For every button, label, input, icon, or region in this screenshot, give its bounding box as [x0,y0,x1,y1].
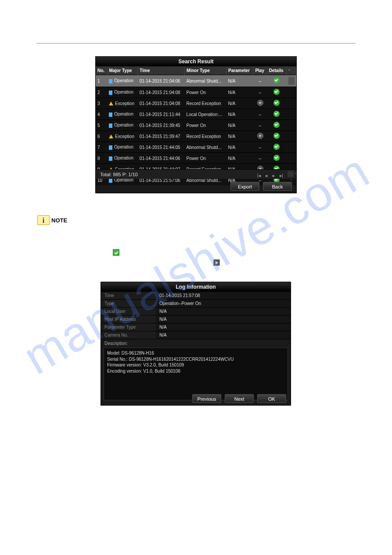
play-cell[interactable]: – [253,120,267,131]
check-icon [113,249,119,256]
details-cell[interactable] [267,87,286,98]
col-play: Play [253,66,267,75]
play-icon[interactable] [257,100,263,106]
scroll-up-button[interactable]: ˄ [287,66,296,75]
log-info-panel: Log Information Time01-14-2015 21:57:08T… [101,282,291,406]
log-field-row: TypeOperation--Power On [101,300,291,308]
operation-icon [109,156,114,160]
table-row[interactable]: 7Operation01-14-2015 21:44:05Abnormal Sh… [96,142,296,153]
next-button[interactable]: Next [225,394,254,403]
page-go-input[interactable] [288,171,294,177]
details-cell[interactable] [267,131,286,142]
scrollbar-track[interactable] [287,120,296,131]
scrollbar-track[interactable] [287,131,296,142]
play-cell[interactable]: – [253,142,267,153]
scrollbar-track[interactable] [287,153,296,164]
table-row[interactable]: 3Exception01-14-2015 21:04:08Record Exce… [96,98,296,109]
parameter-cell: N/A [227,98,253,109]
details-cell[interactable] [267,98,286,109]
note-icon [37,215,50,225]
first-page-button[interactable]: |◂ [256,173,262,178]
scrollbar-track[interactable] [287,142,296,153]
check-icon[interactable] [273,100,280,106]
previous-button[interactable]: Previous [192,394,221,403]
log-field-row: Time01-14-2015 21:57:08 [101,292,291,300]
log-field-value: N/A [156,323,291,331]
minor-type-cell: Power On [185,87,227,98]
details-cell[interactable] [267,142,286,153]
scrollbar-track[interactable] [287,109,296,120]
major-type-cell: Operation [107,120,138,131]
play-cell[interactable]: – [253,75,267,87]
time-cell: 01-14-2015 21:39:47 [138,131,185,142]
play-cell[interactable]: – [253,153,267,164]
check-icon[interactable] [273,133,280,139]
check-icon[interactable] [273,89,280,95]
minor-type-cell: Record Exception [185,98,227,109]
play-cell[interactable] [253,131,267,142]
details-cell[interactable] [267,153,286,164]
back-button[interactable]: Back [263,182,292,191]
log-field-row: Camera No.N/A [101,331,291,339]
note-label: NOTE [51,217,67,224]
major-type-cell: Operation [107,142,138,153]
row-no: 5 [96,120,107,131]
last-page-button[interactable]: ▸| [278,173,284,178]
details-cell[interactable] [267,120,286,131]
row-no: 1 [96,75,107,87]
col-time: Time [138,66,185,75]
exception-icon [109,134,115,139]
search-result-table: No.Major TypeTimeMinor TypeParameterPlay… [96,66,296,185]
details-cell[interactable] [267,109,286,120]
table-row[interactable]: 2Operation01-14-2015 21:04:08Power OnN/A… [96,87,296,98]
ok-button[interactable]: OK [257,394,286,403]
play-cell[interactable]: – [253,109,267,120]
parameter-cell: N/A [227,87,253,98]
check-icon[interactable] [273,111,280,117]
table-row[interactable]: 8Operation01-14-2015 21:44:06Power OnN/A… [96,153,296,164]
col-parameter: Parameter [227,66,253,75]
play-icon[interactable] [257,133,263,139]
play-cell[interactable] [253,98,267,109]
log-field-key: Parameter Type [101,323,156,331]
operation-icon [109,123,114,127]
operation-icon [109,78,114,83]
time-cell: 01-14-2015 21:04:08 [138,98,185,109]
scrollbar-track[interactable] [287,98,296,109]
check-icon[interactable] [273,144,280,150]
log-field-key: Camera No. [101,331,156,339]
log-field-key: Host IP Address [101,316,156,323]
log-button-row: Previous Next OK [101,392,291,405]
check-icon[interactable] [273,155,280,161]
details-cell[interactable] [267,75,286,87]
export-button[interactable]: Export [230,182,259,191]
col-major-type: Major Type [107,66,138,75]
row-no: 7 [96,142,107,153]
play-cell[interactable]: – [253,87,267,98]
scrollbar-track[interactable] [287,87,296,98]
scrollbar-thumb[interactable] [288,77,295,85]
search-footer: Total: 985 P: 1/10 |◂ ◂ ▸ ▸| [96,169,296,179]
col-no-: No. [96,66,107,75]
table-row[interactable]: 1Operation01-14-2015 21:04:06Abnormal Sh… [96,75,296,87]
search-title: Search Result [96,57,296,66]
play-icon [213,259,220,266]
prev-page-button[interactable]: ◂ [263,173,270,178]
table-row[interactable]: 5Operation01-14-2015 21:39:45Power OnN/A… [96,120,296,131]
operation-icon [109,145,114,149]
exception-icon [109,101,115,106]
time-cell: 01-14-2015 21:44:05 [138,142,185,153]
time-cell: 01-14-2015 21:44:06 [138,153,185,164]
table-row[interactable]: 4Operation01-14-2015 21:11:44Local Opera… [96,109,296,120]
major-type-cell: Operation [107,109,138,120]
minor-type-cell: Abnormal Shutd... [185,142,227,153]
check-icon[interactable] [273,122,280,128]
check-icon[interactable] [273,77,280,83]
divider [36,43,356,44]
time-cell: 01-14-2015 21:04:08 [138,87,185,98]
scrollbar-track[interactable] [287,75,296,87]
next-page-button[interactable]: ▸ [271,173,277,178]
major-type-cell: Operation [107,153,138,164]
table-row[interactable]: 6Exception01-14-2015 21:39:47Record Exce… [96,131,296,142]
log-field-value: N/A [156,308,291,316]
